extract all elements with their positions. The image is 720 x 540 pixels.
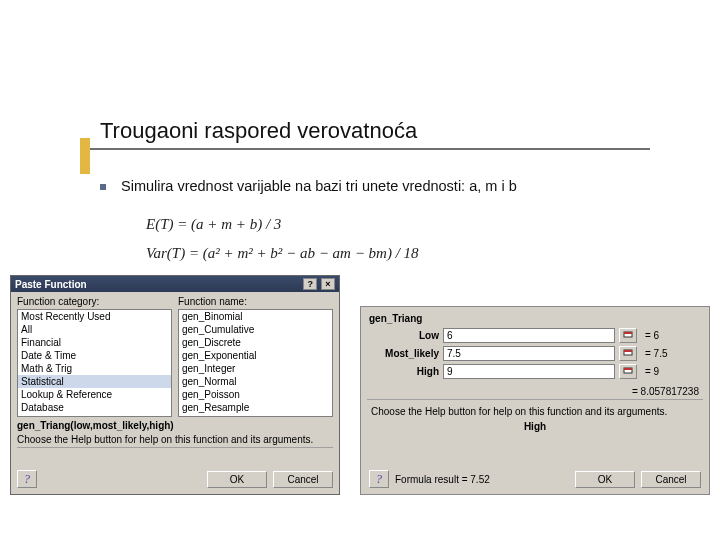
bullet-icon xyxy=(100,184,106,190)
category-item[interactable]: Database xyxy=(18,401,171,414)
emphasized-param: High xyxy=(361,417,709,434)
param-label: Low xyxy=(369,330,439,341)
separator xyxy=(17,447,333,448)
function-item[interactable]: gen_Exponential xyxy=(179,349,332,362)
close-icon[interactable]: × xyxy=(321,278,335,290)
formula-variance: Var(T) = (a² + m² + b² − ab − am − bm) /… xyxy=(146,239,419,268)
category-item[interactable]: Financial xyxy=(18,336,171,349)
paste-function-dialog: Paste Function ? × Function category: Mo… xyxy=(10,275,340,495)
param-label: Most_likely xyxy=(369,348,439,359)
help-icon: ? xyxy=(376,472,382,487)
category-item[interactable]: Text xyxy=(18,414,171,417)
function-listbox[interactable]: gen_Binomialgen_Cumulativegen_Discretege… xyxy=(178,309,333,417)
category-item[interactable]: Lookup & Reference xyxy=(18,388,171,401)
category-label: Function category: xyxy=(17,296,172,307)
title-underline xyxy=(90,148,650,150)
range-selector-icon[interactable] xyxy=(619,328,637,343)
category-item[interactable]: Most Recently Used xyxy=(18,310,171,323)
category-item[interactable]: All xyxy=(18,323,171,336)
function-item[interactable]: gen_Discrete xyxy=(179,336,332,349)
return-value: = 8.057817238 xyxy=(361,384,709,397)
formula-result: Formula result = 7.52 xyxy=(395,474,569,485)
function-item[interactable]: gen_Binomial xyxy=(179,310,332,323)
param-eval: = 9 xyxy=(641,366,701,377)
param-label: High xyxy=(369,366,439,377)
separator xyxy=(367,399,703,400)
function-item[interactable]: gen_Integer xyxy=(179,362,332,375)
cancel-button[interactable]: Cancel xyxy=(641,471,701,488)
param-row: Low6= 6 xyxy=(369,328,701,343)
range-selector-icon[interactable] xyxy=(619,346,637,361)
function-signature: gen_Triang(low,most_likely,high) xyxy=(11,417,339,431)
function-item[interactable]: gen_Poisson xyxy=(179,388,332,401)
function-arguments-dialog: gen_Triang Low6= 6Most_likely7.5= 7.5Hig… xyxy=(360,306,710,495)
param-input[interactable]: 7.5 xyxy=(443,346,615,361)
cancel-button[interactable]: Cancel xyxy=(273,471,333,488)
ok-button[interactable]: OK xyxy=(575,471,635,488)
category-item[interactable]: Date & Time xyxy=(18,349,171,362)
param-eval: = 7.5 xyxy=(641,348,701,359)
help-button[interactable]: ? xyxy=(17,470,37,488)
function-item[interactable]: gen_Normal xyxy=(179,375,332,388)
function-item[interactable]: gen_ResampleSync xyxy=(179,414,332,417)
slide-bullet-text: Simulira vrednost varijable na bazi tri … xyxy=(121,178,517,194)
dialog-title: Paste Function xyxy=(15,279,87,290)
function-hint: Choose the Help button for help on this … xyxy=(11,431,339,445)
function-item[interactable]: gen_Resample xyxy=(179,401,332,414)
param-row: Most_likely7.5= 7.5 xyxy=(369,346,701,361)
slide-title-wrap: Trougaoni raspored verovatnoća xyxy=(100,118,417,144)
category-item[interactable]: Statistical xyxy=(18,375,171,388)
slide-title: Trougaoni raspored verovatnoća xyxy=(100,118,417,143)
param-input[interactable]: 6 xyxy=(443,328,615,343)
function-name-label: Function name: xyxy=(178,296,333,307)
help-button[interactable]: ? xyxy=(369,470,389,488)
help-icon: ? xyxy=(24,472,30,487)
svg-rect-3 xyxy=(624,350,632,352)
svg-rect-5 xyxy=(624,368,632,370)
title-accent xyxy=(80,138,90,174)
category-item[interactable]: Math & Trig xyxy=(18,362,171,375)
category-listbox[interactable]: Most Recently UsedAllFinancialDate & Tim… xyxy=(17,309,172,417)
function-item[interactable]: gen_Cumulative xyxy=(179,323,332,336)
dialog-titlebar[interactable]: Paste Function ? × xyxy=(11,276,339,292)
ok-button[interactable]: OK xyxy=(207,471,267,488)
parameter-list: Low6= 6Most_likely7.5= 7.5High9= 9 xyxy=(361,326,709,384)
formula-expected-value: E(T) = (a + m + b) / 3 xyxy=(146,210,419,239)
range-selector-icon[interactable] xyxy=(619,364,637,379)
svg-rect-1 xyxy=(624,332,632,334)
function-name: gen_Triang xyxy=(361,307,709,326)
param-row: High9= 9 xyxy=(369,364,701,379)
arguments-hint: Choose the Help button for help on this … xyxy=(361,402,709,417)
param-eval: = 6 xyxy=(641,330,701,341)
formula-block: E(T) = (a + m + b) / 3 Var(T) = (a² + m²… xyxy=(146,210,419,267)
param-input[interactable]: 9 xyxy=(443,364,615,379)
titlebar-help-icon[interactable]: ? xyxy=(303,278,317,290)
